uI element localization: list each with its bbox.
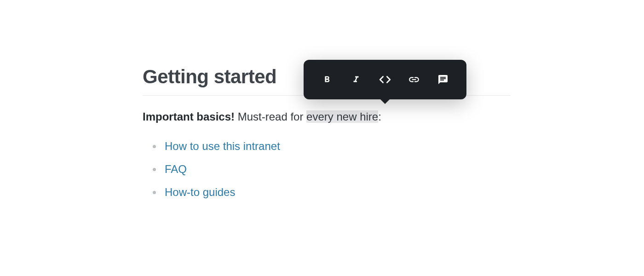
- comment-button[interactable]: [433, 69, 453, 90]
- link-faq[interactable]: FAQ: [165, 163, 187, 175]
- bold-icon: [322, 75, 332, 85]
- intro-text-after: :: [378, 110, 381, 123]
- bold-button[interactable]: [317, 69, 337, 90]
- comment-icon: [437, 74, 448, 85]
- list-item: How-to guides: [153, 184, 511, 201]
- code-button[interactable]: [375, 69, 395, 90]
- intro-text-before: Must-read for: [235, 110, 306, 123]
- link-list: How to use this intranet FAQ How-to guid…: [143, 138, 511, 201]
- list-item: FAQ: [153, 161, 511, 178]
- italic-button[interactable]: [346, 69, 366, 90]
- formatting-toolbar: [304, 60, 466, 99]
- link-how-to-use-intranet[interactable]: How to use this intranet: [165, 140, 280, 152]
- intro-paragraph[interactable]: Important basics! Must-read for every ne…: [143, 109, 511, 125]
- link-button[interactable]: [404, 69, 424, 90]
- intro-bold: Important basics!: [143, 110, 235, 123]
- text-selection[interactable]: every new hire: [306, 110, 378, 123]
- link-how-to-guides[interactable]: How-to guides: [165, 186, 235, 198]
- list-item: How to use this intranet: [153, 138, 511, 155]
- italic-icon: [351, 75, 361, 85]
- link-icon: [408, 74, 420, 86]
- code-icon: [379, 74, 391, 86]
